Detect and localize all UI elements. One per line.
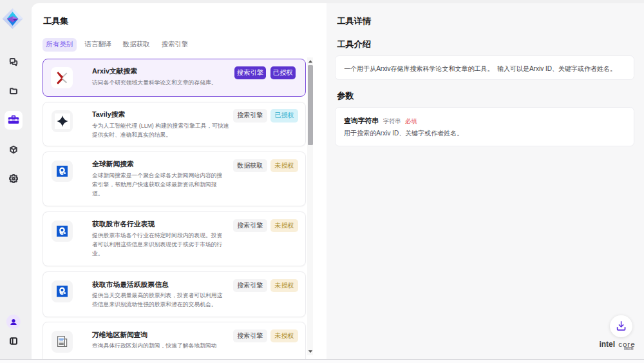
svg-text:ULTRA 7: ULTRA 7 xyxy=(624,348,633,350)
